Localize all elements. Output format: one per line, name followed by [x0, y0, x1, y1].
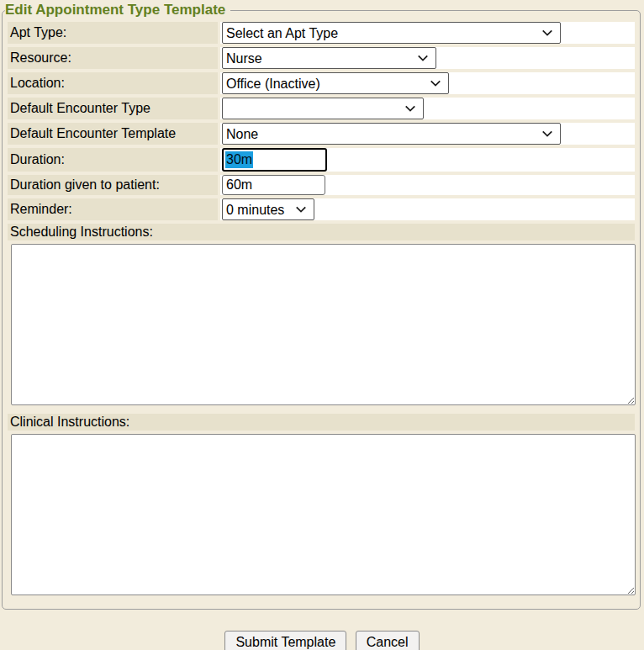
duration-patient-row: Duration given to patient:: [8, 175, 635, 195]
duration-field-cell: 30m: [220, 148, 635, 172]
scheduling-instructions-cell: [8, 244, 635, 410]
duration-patient-label: Duration given to patient:: [8, 175, 218, 195]
submit-template-button[interactable]: Submit Template: [224, 631, 346, 650]
page-title: Edit Appointment Type Template: [5, 2, 230, 18]
resource-row: Resource: Nurse: [8, 47, 635, 69]
apt-type-select[interactable]: Select an Apt Type: [222, 22, 561, 44]
edit-appointment-type-template-fieldset: Edit Appointment Type Template Apt Type:…: [2, 2, 641, 610]
form-button-bar: Submit Template Cancel: [0, 631, 644, 650]
default-encounter-template-select[interactable]: None: [222, 123, 561, 145]
clinical-instructions-textarea[interactable]: [11, 434, 636, 595]
resource-select[interactable]: Nurse: [222, 47, 436, 69]
location-field-cell: Office (Inactive): [220, 72, 635, 94]
reminder-label: Reminder:: [8, 198, 218, 220]
apt-type-row: Apt Type: Select an Apt Type: [8, 22, 635, 44]
clinical-instructions-label: Clinical Instructions:: [8, 414, 635, 431]
default-encounter-type-label: Default Encounter Type: [8, 98, 218, 119]
resource-label: Resource:: [8, 47, 218, 69]
default-encounter-template-label: Default Encounter Template: [8, 123, 218, 145]
reminder-field-cell: 0 minutes: [220, 198, 635, 220]
scheduling-instructions-label: Scheduling Instructions:: [8, 224, 635, 240]
scheduling-instructions-header-row: Scheduling Instructions:: [8, 224, 635, 240]
duration-input[interactable]: 30m: [222, 148, 327, 172]
apt-type-field-cell: Select an Apt Type: [220, 22, 635, 44]
resource-field-cell: Nurse: [220, 47, 635, 69]
clinical-instructions-cell: [8, 434, 635, 600]
default-encounter-template-field-cell: None: [220, 123, 635, 145]
default-encounter-type-row: Default Encounter Type: [8, 98, 635, 119]
duration-label: Duration:: [8, 148, 218, 172]
clinical-instructions-row: [8, 434, 635, 600]
default-encounter-template-row: Default Encounter Template None: [8, 123, 635, 145]
cancel-button[interactable]: Cancel: [356, 631, 420, 650]
default-encounter-type-field-cell: [220, 98, 635, 119]
clinical-instructions-header-row: Clinical Instructions:: [8, 414, 635, 431]
appointment-template-form: Apt Type: Select an Apt Type Resource: N…: [5, 18, 637, 604]
reminder-row: Reminder: 0 minutes: [8, 198, 635, 220]
location-row: Location: Office (Inactive): [8, 72, 635, 94]
scheduling-instructions-row: [8, 244, 635, 410]
default-encounter-type-select[interactable]: [222, 98, 424, 119]
duration-row: Duration: 30m: [8, 148, 635, 172]
apt-type-label: Apt Type:: [8, 22, 218, 44]
reminder-select[interactable]: 0 minutes: [222, 198, 314, 220]
scheduling-instructions-textarea[interactable]: [11, 244, 636, 405]
location-label: Location:: [8, 72, 218, 94]
location-select[interactable]: Office (Inactive): [222, 72, 449, 94]
duration-patient-field-cell: [220, 175, 635, 195]
duration-selected-text: 30m: [225, 151, 253, 168]
duration-patient-input[interactable]: [222, 175, 325, 195]
